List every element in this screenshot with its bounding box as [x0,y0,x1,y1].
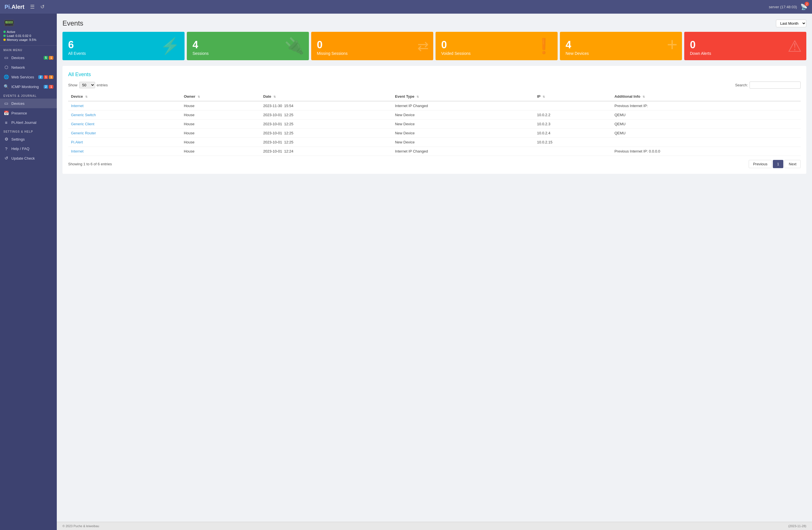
table-controls: Show 10 25 50 100 entries Search: [68,82,801,89]
down-alerts-number: 0 [690,40,801,50]
sidebar-item-ev-devices-label: Devices [11,101,25,106]
cell-owner: House [181,129,260,138]
refresh-icon[interactable]: ↺ [40,4,45,10]
sidebar-item-update[interactable]: ↺ Update Check [0,153,57,163]
table-footer: Showing 1 to 6 of 6 entries Previous 1 N… [68,160,801,168]
sidebar-item-ev-devices[interactable]: ▭ Devices [0,99,57,108]
devices-badge-orange: 1 [49,56,53,60]
page-title: Events [62,19,83,27]
ev-devices-icon: ▭ [3,101,9,106]
content-footer: © 2023 Puche & leiweibau (2023-11-28) [57,522,812,530]
cell-additional-info: QEMU [611,119,801,129]
device-link[interactable]: Pi.Alert [71,140,83,144]
settings-help-title: SETTINGS & HELP [0,127,57,134]
next-button[interactable]: Next [784,160,801,168]
table-row: Internet House 2023-10-01 12:24 Internet… [68,147,801,156]
server-label: server (17:48:03) [769,5,797,9]
device-link[interactable]: Internet [71,149,84,153]
footer-copyright: © 2023 Puche & leiweibau [62,524,99,528]
cell-owner: House [181,111,260,119]
show-entries: Show 10 25 50 100 entries [68,82,108,88]
page-1-button[interactable]: 1 [773,160,783,168]
sidebar-system: 📟 Active Load: 0.01 0.02 0 Memory usage:… [0,14,57,46]
card-sessions[interactable]: 🔌 4 Sessions [187,32,309,60]
system-icon: 📟 [3,18,53,28]
menu-icon[interactable]: ☰ [30,4,35,10]
devices-badge-green: 5 [44,56,48,60]
voided-sessions-icon: ❗ [535,38,553,55]
topbar-left: Pi.Alert ☰ ↺ [4,4,45,10]
card-new-devices[interactable]: + 4 New Devices [560,32,682,60]
missing-sessions-label: Missing Sessions [317,51,427,56]
cell-ip: 10.0.2.15 [534,138,611,147]
search-box: Search: [735,82,801,89]
new-devices-number: 4 [566,40,676,50]
table-row: Generic Router House 2023-10-01 12:25 Ne… [68,129,801,138]
main-layout: 📟 Active Load: 0.01 0.02 0 Memory usage:… [0,14,812,530]
card-down-alerts[interactable]: ⚠ 0 Down Alerts [684,32,806,60]
logo-pi: Pi. [4,4,11,10]
update-icon: ↺ [3,156,9,161]
sidebar-item-settings-label: Settings [11,137,25,141]
cell-device: Pi.Alert [68,138,181,147]
col-device[interactable]: Device ⇅ [68,92,181,101]
sidebar-item-devices[interactable]: ▭ Devices 5 1 [0,53,57,62]
status-active: Active [3,30,53,33]
cell-owner: House [181,101,260,111]
cell-ip: 10.0.2.2 [534,111,611,119]
events-section: All Events Show 10 25 50 100 entries Se [62,66,806,174]
webservices-badges: 2 1 1 [38,75,53,79]
sidebar-item-journal-label: Pi.Alert Journal [11,120,37,125]
cell-device: Generic Router [68,129,181,138]
col-event-type[interactable]: Event Type ⇅ [392,92,534,101]
device-link[interactable]: Generic Switch [71,113,96,117]
previous-button[interactable]: Previous [749,160,772,168]
show-entries-select[interactable]: 10 25 50 100 [79,82,95,88]
memory-label: Memory usage: 9.5% [7,38,37,42]
sort-additional-info: ⇅ [642,95,645,98]
sidebar-item-presence-label: Presence [11,111,27,115]
sidebar-item-settings[interactable]: ⚙ Settings [0,134,57,144]
journal-icon: ≡ [3,120,9,125]
col-owner[interactable]: Owner ⇅ [181,92,260,101]
showing-text: Showing 1 to 6 of 6 entries [68,162,112,166]
cell-ip: 10.0.2.3 [534,119,611,129]
col-date[interactable]: Date ⇅ [260,92,392,101]
col-ip[interactable]: IP ⇅ [534,92,611,101]
topbar: Pi.Alert ☰ ↺ server (17:48:03) 📡 2 [0,0,812,14]
sort-event-type: ⇅ [417,95,419,98]
antenna-icon[interactable]: 📡 2 [800,3,808,10]
cell-owner: House [181,119,260,129]
sidebar-item-presence[interactable]: 📅 Presence [0,108,57,118]
antenna-badge: 2 [804,2,809,6]
sidebar-item-icmp[interactable]: 🔍 ICMP Monitoring 2 1 [0,82,57,91]
cell-device: Generic Switch [68,111,181,119]
date-filter-select[interactable]: Last Month Last Week Last Year All [776,19,806,27]
card-voided-sessions[interactable]: ❗ 0 Voided Sessions [436,32,557,60]
col-additional-info[interactable]: Additional Info ⇅ [611,92,801,101]
device-link[interactable]: Generic Router [71,131,96,135]
sidebar-item-network-label: Network [11,65,25,70]
topbar-right: server (17:48:03) 📡 2 [769,3,808,10]
cell-additional-info: QEMU [611,129,801,138]
sessions-icon: 🔌 [285,37,304,55]
cell-additional-info [611,138,801,147]
devices-badges: 5 1 [44,56,53,60]
sidebar-item-help[interactable]: ? Help / FAQ [0,144,57,153]
card-all-events[interactable]: ⚡ 6 All Events [62,32,185,60]
icmp-badges: 2 1 [44,85,53,89]
missing-sessions-number: 0 [317,40,427,50]
sidebar-item-update-label: Update Check [11,156,35,160]
cell-additional-info: Previous Internet IP: [611,101,801,111]
device-link[interactable]: Internet [71,104,84,108]
sidebar-item-network[interactable]: ⬡ Network [0,62,57,72]
sidebar-item-webservices[interactable]: 🌐 Web Services 2 1 1 [0,72,57,82]
card-missing-sessions[interactable]: ⇄ 0 Missing Sessions [311,32,433,60]
cell-device: Generic Client [68,119,181,129]
sidebar-item-journal[interactable]: ≡ Pi.Alert Journal [0,118,57,127]
ws-badge-orange: 1 [49,75,53,79]
main-content: Events Last Month Last Week Last Year Al… [57,14,812,530]
search-input[interactable] [750,82,801,89]
help-icon: ? [3,146,9,151]
device-link[interactable]: Generic Client [71,122,94,126]
